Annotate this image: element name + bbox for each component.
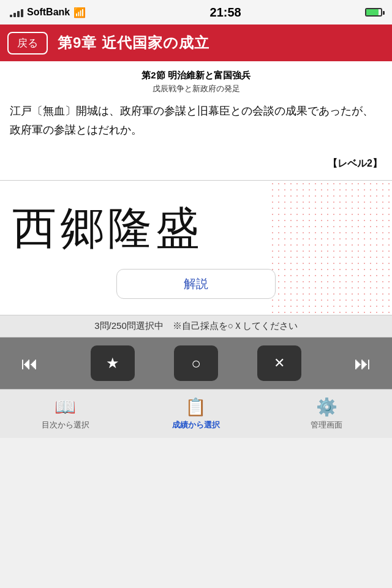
- control-bar: ⏮ ★ ○ ✕ ⏭: [0, 337, 392, 389]
- level-badge: 【レベル2】: [10, 157, 382, 174]
- content-area: 第2節 明治維新と富国強兵 戊辰戦争と新政府の発足 江戸〔無血〕開城は、政府軍の…: [0, 61, 392, 181]
- answer-area: 西郷隆盛 解説: [0, 181, 392, 315]
- section-subtitle: 戊辰戦争と新政府の発足: [10, 83, 382, 94]
- skip-forward-button[interactable]: ⏭: [341, 345, 385, 381]
- nav-header: 戻る 第9章 近代国家の成立: [0, 24, 392, 61]
- tab-management[interactable]: ⚙️ 管理画面: [262, 390, 392, 438]
- status-left: SoftBank 📶: [10, 7, 86, 18]
- signal-icon: [10, 7, 23, 17]
- book-icon: 📖: [55, 397, 76, 417]
- tab-label-toc: 目次から選択: [42, 420, 89, 431]
- tab-table-of-contents[interactable]: 📖 目次から選択: [0, 390, 130, 438]
- counter-bar: 3問/250問選択中 ※自己採点を○Ｘしてください: [0, 315, 392, 337]
- counter-text: 3問/250問選択中 ※自己採点を○Ｘしてください: [94, 320, 298, 331]
- battery-icon: [365, 8, 382, 17]
- status-bar: SoftBank 📶 21:58: [0, 0, 392, 24]
- skip-back-button[interactable]: ⏮: [7, 345, 51, 381]
- incorrect-button[interactable]: ✕: [257, 345, 301, 381]
- back-button[interactable]: 戻る: [7, 32, 48, 55]
- clock: 21:58: [210, 6, 241, 20]
- section-title: 第2節 明治維新と富国強兵: [10, 70, 382, 81]
- carrier-name: SoftBank: [27, 7, 70, 18]
- tab-by-score[interactable]: 📋 成績から選択: [130, 390, 261, 438]
- status-right: [365, 8, 382, 17]
- explanation-button[interactable]: 解説: [116, 269, 276, 299]
- wifi-icon: 📶: [74, 7, 86, 18]
- tab-bar: 📖 目次から選択 📋 成績から選択 ⚙️ 管理画面: [0, 389, 392, 438]
- question-text: 江戸〔無血〕開城は、政府軍の参謀と旧幕臣との会談の成果であったが、政府軍の参謀と…: [10, 102, 382, 139]
- clipboard-icon: 📋: [185, 397, 206, 417]
- correct-button[interactable]: ○: [174, 345, 218, 381]
- page-title: 第9章 近代国家の成立: [58, 33, 209, 53]
- tab-label-score: 成績から選択: [172, 420, 220, 431]
- gear-icon: ⚙️: [316, 397, 337, 417]
- tab-label-management: 管理画面: [311, 420, 342, 431]
- answer-text: 西郷隆盛: [0, 181, 392, 264]
- star-button[interactable]: ★: [91, 345, 135, 381]
